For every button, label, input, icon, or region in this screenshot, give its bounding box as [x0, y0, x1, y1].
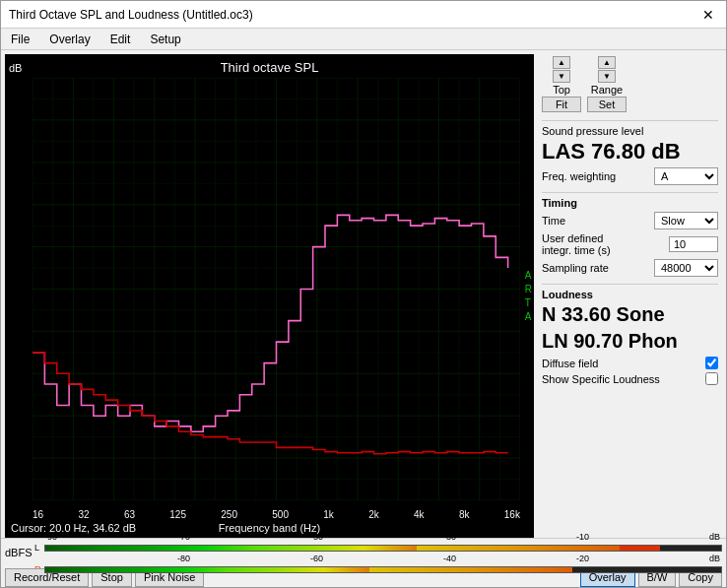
sampling-select[interactable]: 48000 44100 96000	[654, 259, 718, 277]
chart-title: Third octave SPL	[5, 60, 534, 75]
sampling-label: Sampling rate	[542, 262, 609, 274]
chart-svg: 100.0 90.0 80.0 70.0 60.0 50.0 40.0 30.0…	[33, 78, 520, 500]
show-specific-label: Show Specific Loudness	[542, 373, 660, 385]
set-button[interactable]: Set	[587, 97, 627, 112]
chart-area: Third octave SPL dB A R T A	[5, 54, 534, 538]
top-label: Top	[553, 84, 570, 96]
spl-section: Sound pressure level LAS 76.80 dB Freq. …	[542, 120, 718, 188]
sampling-rate-row: Sampling rate 48000 44100 96000	[542, 259, 718, 277]
close-button[interactable]: ✕	[698, 5, 718, 25]
l-meter-bar	[44, 545, 722, 552]
time-select[interactable]: Slow Fast Impulse	[654, 212, 718, 229]
ln-value: LN 90.70 Phon	[542, 329, 718, 354]
time-label: Time	[542, 215, 565, 227]
cursor-info: Cursor: 20.0 Hz, 34.62 dB	[11, 522, 136, 534]
loudness-section-label: Loudness	[542, 289, 718, 300]
n-value: N 33.60 Sone	[542, 302, 718, 327]
diffuse-label: Diffuse field	[542, 358, 598, 369]
freq-weighting-select[interactable]: A C Z	[654, 167, 718, 185]
timing-section-label: Timing	[542, 197, 718, 209]
freq-weighting-row: Freq. weighting A C Z	[542, 167, 718, 185]
diffuse-field-row: Diffuse field	[542, 357, 718, 369]
level-meters: dBFS -90 -70 -50 -30 -10 dB L	[1, 539, 726, 566]
freq-band-label: Frequency band (Hz)	[219, 522, 320, 534]
l-label: L	[34, 543, 42, 553]
timing-section: Timing Time Slow Fast Impulse User defin…	[542, 192, 718, 280]
l-channel-row: L	[34, 544, 722, 552]
r-channel-row: R	[34, 565, 722, 573]
range-down-button[interactable]: ▼	[598, 70, 616, 83]
top-up-button[interactable]: ▲	[553, 56, 570, 69]
top-down-button[interactable]: ▼	[553, 70, 570, 83]
main-window: Third Octave SPL and Loudness (Untitled.…	[0, 0, 727, 588]
spl-value: LAS 76.80 dB	[542, 139, 718, 164]
r-meter-bar	[44, 566, 722, 573]
time-row: Time Slow Fast Impulse	[542, 212, 718, 229]
user-defined-label: User definedintegr. time (s)	[542, 232, 611, 256]
arta-label: A R T A	[525, 269, 532, 324]
menu-bar: File Overlay Edit Setup	[1, 29, 726, 50]
menu-setup[interactable]: Setup	[144, 31, 186, 48]
integr-time-input[interactable]	[669, 236, 718, 252]
show-specific-checkbox[interactable]	[705, 372, 718, 385]
loudness-section: Loudness N 33.60 Sone LN 90.70 Phon Diff…	[542, 284, 718, 388]
title-bar: Third Octave SPL and Loudness (Untitled.…	[1, 1, 726, 29]
freq-weighting-label: Freq. weighting	[542, 170, 616, 182]
meter-container: -90 -70 -50 -30 -10 dB L	[34, 532, 722, 573]
fit-button[interactable]: Fit	[542, 97, 581, 112]
bottom-bar: dBFS -90 -70 -50 -30 -10 dB L	[1, 538, 726, 587]
window-title: Third Octave SPL and Loudness (Untitled.…	[9, 8, 253, 22]
spl-section-label: Sound pressure level	[542, 125, 718, 137]
right-panel: ▲ ▼ Top Fit ▲ ▼ Range Set	[534, 50, 726, 538]
main-content: Third octave SPL dB A R T A	[1, 50, 726, 538]
range-label: Range	[591, 84, 623, 96]
y-axis-label: dB	[9, 62, 22, 74]
meter-scale-bottom: -80 -60 -40 -20 dB	[42, 554, 722, 563]
user-defined-row: User definedintegr. time (s)	[542, 232, 718, 256]
range-up-button[interactable]: ▲	[598, 56, 616, 69]
x-axis-labels: 1632631252505001k2k4k8k16k	[33, 509, 520, 520]
menu-edit[interactable]: Edit	[104, 31, 137, 48]
nav-controls: ▲ ▼ Top Fit ▲ ▼ Range Set	[542, 56, 718, 112]
menu-overlay[interactable]: Overlay	[43, 31, 96, 48]
diffuse-checkbox[interactable]	[705, 357, 718, 369]
menu-file[interactable]: File	[5, 31, 35, 48]
show-specific-row: Show Specific Loudness	[542, 372, 718, 385]
dbfs-label: dBFS	[5, 547, 33, 558]
